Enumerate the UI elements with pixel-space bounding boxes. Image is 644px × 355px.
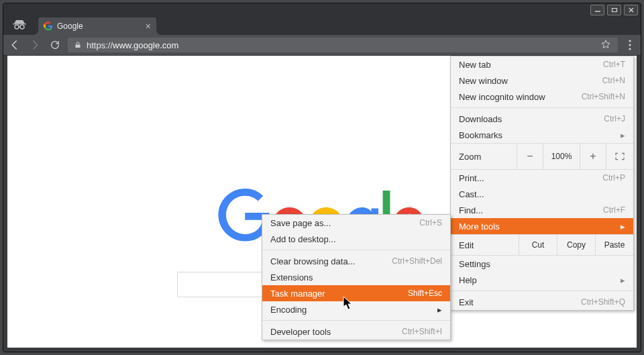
edit-copy-button[interactable]: Copy bbox=[557, 235, 595, 255]
reload-button[interactable] bbox=[48, 38, 62, 52]
submenu-add-to-desktop[interactable]: Add to desktop... bbox=[262, 231, 450, 247]
submenu-task-manager[interactable]: Task managerShift+Esc bbox=[262, 285, 450, 301]
address-bar[interactable]: https://www.google.com bbox=[68, 38, 618, 52]
chrome-menu: New tabCtrl+T New windowCtrl+N New incog… bbox=[450, 56, 634, 311]
menu-separator bbox=[451, 291, 633, 291]
submenu-developer-tools[interactable]: Developer toolsCtrl+Shift+I bbox=[262, 323, 450, 340]
menu-new-window[interactable]: New windowCtrl+N bbox=[451, 72, 633, 89]
edit-label: Edit bbox=[451, 235, 519, 255]
titlebar bbox=[3, 3, 641, 16]
more-tools-submenu: Save page as...Ctrl+S Add to desktop... … bbox=[262, 214, 451, 340]
zoom-out-button[interactable]: − bbox=[517, 144, 543, 169]
menu-print[interactable]: Print...Ctrl+P bbox=[451, 170, 633, 186]
menu-edit-row: Edit Cut Copy Paste bbox=[451, 234, 633, 256]
menu-find[interactable]: Find...Ctrl+F bbox=[451, 202, 633, 218]
edit-cut-button[interactable]: Cut bbox=[519, 235, 557, 255]
incognito-icon bbox=[11, 19, 28, 31]
menu-new-tab[interactable]: New tabCtrl+T bbox=[451, 56, 633, 72]
close-window-button[interactable] bbox=[624, 5, 638, 15]
svg-point-11 bbox=[629, 48, 631, 50]
chevron-right-icon: ▸ bbox=[621, 275, 625, 285]
minimize-button[interactable] bbox=[590, 5, 604, 15]
chevron-right-icon: ▸ bbox=[437, 305, 442, 315]
submenu-encoding[interactable]: Encoding▸ bbox=[262, 301, 450, 317]
lock-icon bbox=[73, 40, 83, 50]
svg-point-10 bbox=[629, 44, 631, 46]
zoom-label: Zoom bbox=[451, 144, 517, 169]
svg-rect-1 bbox=[612, 9, 616, 12]
browser-window: Google × https://www.google.com New tabC… bbox=[3, 3, 641, 352]
menu-more-tools[interactable]: More tools▸ bbox=[451, 218, 633, 234]
svg-point-9 bbox=[629, 40, 631, 42]
menu-exit[interactable]: ExitCtrl+Shift+Q bbox=[451, 294, 633, 310]
svg-point-6 bbox=[20, 25, 24, 29]
bookmark-star-icon[interactable] bbox=[600, 39, 612, 51]
submenu-separator bbox=[262, 250, 450, 250]
menu-separator bbox=[451, 107, 633, 108]
chevron-right-icon: ▸ bbox=[621, 130, 625, 140]
status-bar bbox=[3, 348, 641, 352]
close-tab-icon[interactable]: × bbox=[146, 21, 151, 31]
menu-cast[interactable]: Cast... bbox=[451, 186, 633, 202]
submenu-extensions[interactable]: Extensions bbox=[262, 269, 450, 285]
menu-new-incognito[interactable]: New incognito windowCtrl+Shift+N bbox=[451, 89, 633, 105]
maximize-button[interactable] bbox=[607, 5, 621, 15]
menu-button[interactable] bbox=[623, 38, 637, 52]
back-button[interactable] bbox=[7, 38, 22, 52]
zoom-value: 100% bbox=[543, 144, 580, 169]
zoom-in-button[interactable]: + bbox=[580, 144, 606, 169]
edit-paste-button[interactable]: Paste bbox=[595, 235, 633, 255]
window-controls bbox=[590, 5, 638, 15]
tab-title: Google bbox=[57, 21, 146, 31]
svg-rect-8 bbox=[76, 45, 80, 48]
submenu-save-page-as[interactable]: Save page as...Ctrl+S bbox=[262, 215, 450, 231]
menu-bookmarks[interactable]: Bookmarks▸ bbox=[451, 127, 633, 143]
toolbar: https://www.google.com bbox=[3, 35, 641, 56]
tab-strip: Google × bbox=[3, 16, 641, 35]
forward-button[interactable] bbox=[28, 38, 42, 52]
svg-point-5 bbox=[15, 25, 19, 29]
fullscreen-button[interactable] bbox=[606, 144, 633, 169]
google-favicon-icon bbox=[44, 21, 53, 31]
menu-downloads[interactable]: DownloadsCtrl+J bbox=[451, 111, 633, 127]
menu-help[interactable]: Help▸ bbox=[451, 272, 633, 288]
submenu-separator bbox=[262, 320, 450, 321]
svg-rect-4 bbox=[13, 23, 26, 25]
menu-settings[interactable]: Settings bbox=[451, 256, 633, 272]
url-text: https://www.google.com bbox=[87, 40, 600, 50]
tab-active[interactable]: Google × bbox=[38, 17, 156, 35]
chevron-right-icon: ▸ bbox=[621, 221, 625, 232]
menu-zoom-row: Zoom − 100% + bbox=[451, 143, 633, 170]
submenu-clear-browsing-data[interactable]: Clear browsing data...Ctrl+Shift+Del bbox=[262, 253, 450, 269]
